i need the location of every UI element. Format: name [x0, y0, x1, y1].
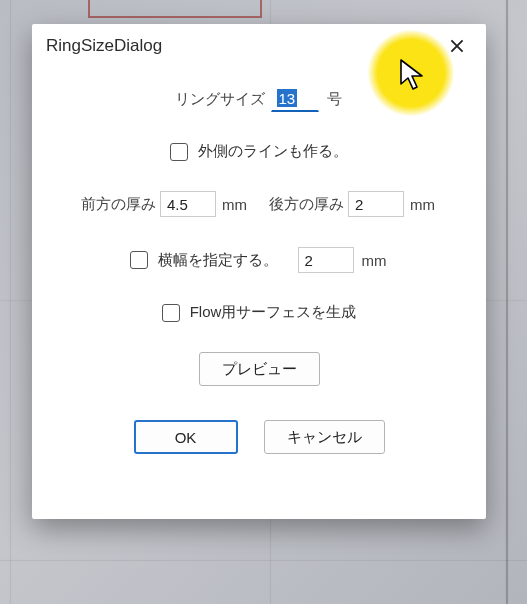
front-thickness-unit: mm — [220, 196, 249, 213]
preview-button[interactable]: プレビュー — [199, 352, 320, 386]
geometry-outline — [88, 0, 262, 18]
checkbox-icon — [130, 251, 148, 269]
3d-viewport-background: RingSizeDialog リングサイズ 13 号 外側のラインも作る。 — [0, 0, 527, 604]
flow-surface-checkbox[interactable]: Flow用サーフェスを生成 — [162, 303, 357, 322]
outer-line-label: 外側のラインも作る。 — [198, 142, 348, 161]
ring-size-input[interactable] — [271, 86, 319, 112]
width-checkbox[interactable]: 横幅を指定する。 — [130, 251, 278, 270]
width-label: 横幅を指定する。 — [158, 251, 278, 270]
cancel-button[interactable]: キャンセル — [264, 420, 385, 454]
dialog-body: リングサイズ 13 号 外側のラインも作る。 前方の厚み mm 後方の厚み — [32, 68, 486, 519]
titlebar: RingSizeDialog — [32, 24, 486, 68]
close-button[interactable] — [434, 28, 480, 64]
width-row: 横幅を指定する。 mm — [46, 247, 472, 273]
outer-line-checkbox[interactable]: 外側のラインも作る。 — [170, 142, 348, 161]
ring-size-dialog: RingSizeDialog リングサイズ 13 号 外側のラインも作る。 — [32, 24, 486, 519]
width-unit: mm — [360, 252, 389, 269]
front-thickness-label: 前方の厚み — [81, 195, 156, 214]
flow-surface-label: Flow用サーフェスを生成 — [190, 303, 357, 322]
front-thickness-input[interactable] — [160, 191, 216, 217]
checkbox-icon — [170, 143, 188, 161]
thickness-row: 前方の厚み mm 後方の厚み mm — [46, 191, 472, 217]
ring-size-row: リングサイズ 13 号 — [46, 86, 472, 112]
window-title: RingSizeDialog — [46, 36, 162, 56]
close-icon — [450, 39, 464, 53]
width-input[interactable] — [298, 247, 354, 273]
outer-line-row: 外側のラインも作る。 — [46, 142, 472, 161]
axis-line — [506, 0, 508, 604]
ring-size-unit: 号 — [325, 90, 344, 109]
dialog-footer: OK キャンセル — [46, 420, 472, 454]
ring-size-label: リングサイズ — [175, 90, 265, 109]
back-thickness-input[interactable] — [348, 191, 404, 217]
preview-row: プレビュー — [46, 352, 472, 386]
back-thickness-label: 後方の厚み — [269, 195, 344, 214]
ok-button[interactable]: OK — [134, 420, 238, 454]
back-thickness-unit: mm — [408, 196, 437, 213]
grid-line — [10, 0, 11, 604]
checkbox-icon — [162, 304, 180, 322]
grid-line — [0, 560, 527, 561]
flow-surface-row: Flow用サーフェスを生成 — [46, 303, 472, 322]
